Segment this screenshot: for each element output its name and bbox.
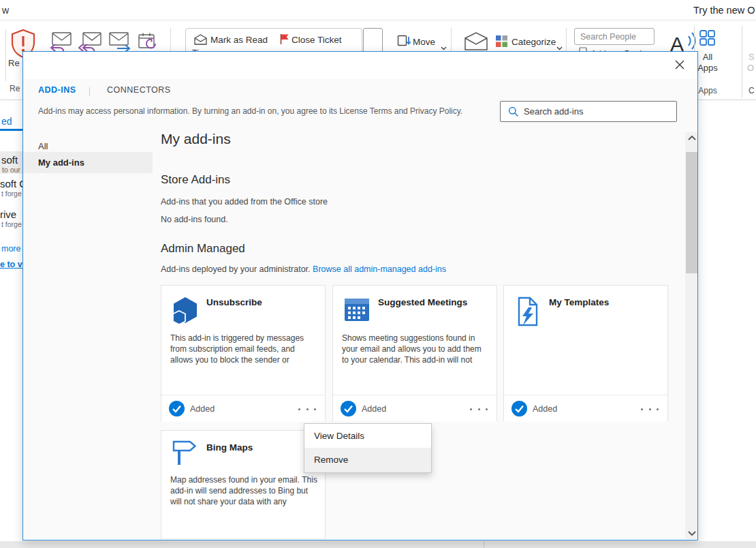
store-addins-heading: Store Add-ins [161,173,230,187]
tab-add-ins[interactable]: ADD-INS [38,85,76,95]
search-addins-input[interactable] [524,102,672,121]
background-item-subtitle: t forge [1,220,22,228]
menu-item-remove[interactable]: Remove [304,448,431,472]
dialog-scrollbar[interactable] [685,132,698,539]
store-addins-description: Add-ins that you added from the Office s… [161,197,328,207]
menu-tab-fragment[interactable]: w [2,5,9,16]
categorize-icon[interactable] [496,35,507,50]
page-title: My add-ins [161,131,231,147]
background-item-title[interactable]: rive [0,209,16,220]
search-addins-box [500,101,677,122]
more-options-button[interactable] [470,405,488,413]
addin-card-my-templates[interactable]: My Templates Added [503,285,668,421]
tab-separator [89,87,90,96]
scroll-down-icon[interactable] [685,528,698,539]
ribbon-divider [742,26,742,97]
admin-managed-description: Add-ins deployed by your administrator. … [161,264,446,274]
move-button[interactable]: Move [413,37,435,47]
categorize-button[interactable]: Categorize [511,37,556,47]
unsubscribe-addin-icon [171,296,200,325]
addin-card-footer: Added [161,395,325,422]
cutoff-group-label: C [749,86,755,95]
addin-card-footer: Added [504,395,667,422]
report-group-label: Re [10,84,20,93]
all-apps-label-line1[interactable]: All [697,52,718,62]
background-item-subtitle: t forge [1,189,22,198]
all-apps-label-line2[interactable]: Apps [695,63,720,73]
admin-managed-heading: Admin Managed [161,242,245,256]
addin-card-unsubscribe[interactable]: Unsubscribe This add-in is triggered by … [161,285,326,421]
cutoff-button-label-line2: O [747,63,754,73]
addin-card-title: Bing Maps [206,442,253,453]
added-check-icon [169,401,185,416]
addin-card-suggested-meetings[interactable]: Suggested Meetings Shows meeting suggest… [332,285,497,421]
background-item-title[interactable]: soft C [0,178,22,189]
active-tab-indicator [0,129,22,131]
privacy-disclaimer: Add-ins may access personal information.… [38,106,462,116]
addins-dialog: ADD-INS CONNECTORS Add-ins may access pe… [22,51,698,541]
addin-card-bing-maps[interactable]: Bing Maps Map addresses found in your em… [161,430,326,541]
more-options-button[interactable] [298,405,316,413]
added-status-label: Added [362,404,386,414]
addin-card-footer [161,538,325,541]
close-icon[interactable] [671,56,689,74]
no-addins-found-text: No add-ins found. [161,215,228,224]
dialog-header [23,52,697,79]
scrollbar-thumb[interactable] [686,152,698,273]
added-status-label: Added [190,404,215,414]
try-new-outlook-toggle[interactable]: Try the new O [693,5,755,16]
mark-as-read-icon[interactable] [193,34,207,48]
addin-card-title: Unsubscribe [206,297,262,307]
view-link-fragment[interactable]: e to vi [0,260,22,269]
all-apps-icon[interactable] [699,30,715,48]
admin-managed-text: Add-ins deployed by your administrator. [161,264,313,274]
addin-card-title: Suggested Meetings [378,297,467,307]
menu-bar: w Try the new O [0,0,756,20]
my-templates-addin-icon [514,296,542,325]
browse-admin-addins-link[interactable]: Browse all admin-managed add-ins [313,264,446,274]
background-bottom-strip [0,541,756,548]
suggested-meetings-addin-icon [343,296,371,325]
search-icon [508,106,519,120]
report-button-label[interactable]: Re [8,58,20,68]
pane-divider [484,541,484,548]
added-status-label: Added [533,404,557,414]
move-icon[interactable] [397,35,411,50]
ribbon-divider [5,29,6,81]
search-people-input[interactable] [574,28,655,45]
addin-card-footer: Added [333,395,497,422]
addin-card-title: My Templates [549,297,609,307]
tab-connectors[interactable]: CONNECTORS [107,85,171,95]
background-panel: ed soft to our soft C t forge rive t for… [0,100,22,541]
apps-group-label: Apps [697,86,719,95]
addin-card-description: Shows meeting suggestions found in your … [342,333,490,365]
outlook-window: w Try the new O Re Re Mark as [0,0,756,548]
scroll-up-icon[interactable] [685,132,698,144]
addin-card-description: Map addresses found in your email. This … [170,474,319,507]
addin-card-description: This add-in is triggered by messages fro… [170,333,319,365]
sidebar-item-my-addins[interactable]: My add-ins [23,152,153,173]
menu-item-view-details[interactable]: View Details [304,424,431,448]
added-check-icon [341,401,356,416]
mark-as-read-button[interactable]: Mark as Read [210,35,268,45]
bing-maps-addin-icon [171,439,200,468]
background-tab-fragment[interactable]: ed [1,116,12,127]
close-ticket-button[interactable]: Close Ticket [292,35,342,45]
cutoff-button-label-line1: S [749,52,755,62]
card-context-menu: View Details Remove [304,423,432,473]
background-item-title[interactable]: soft [1,154,18,166]
more-link-fragment[interactable]: more [1,244,20,254]
added-check-icon [511,401,527,416]
close-ticket-flag-icon[interactable] [279,33,289,48]
more-options-button[interactable] [641,405,659,413]
background-item-subtitle: to our [2,166,20,174]
